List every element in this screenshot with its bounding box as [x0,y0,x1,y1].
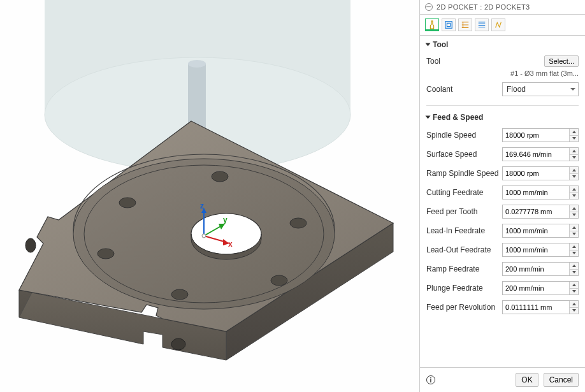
spinner-down[interactable] [570,270,578,276]
ok-button[interactable]: OK [516,373,538,387]
feed-input-field[interactable] [503,129,569,142]
feed-row: Spindle Speed [420,126,585,145]
spinner-up[interactable] [570,167,578,174]
coolant-value: Flood [507,85,526,94]
tab-geometry[interactable] [442,18,456,31]
svg-rect-25 [445,22,452,29]
panel-header: ─ 2D POCKET : 2D POCKET3 [420,0,585,15]
panel-tabs [420,15,585,36]
feed-row: Lead-Out Feedrate [420,240,585,259]
tab-tool[interactable] [425,18,439,31]
section-tool-header[interactable]: Tool [420,36,585,52]
feed-input[interactable] [502,166,579,180]
feed-label: Lead-Out Feedrate [426,245,491,254]
feed-input[interactable] [502,128,579,142]
spinner-up[interactable] [570,186,578,193]
spinner-up[interactable] [570,129,578,136]
spinner-up[interactable] [570,301,578,308]
spinner-down[interactable] [570,193,578,200]
spinner-up[interactable] [570,224,578,231]
feed-input-field[interactable] [503,282,569,294]
chevron-down-icon [570,88,575,91]
spinner-up[interactable] [570,148,578,155]
feed-label: Spindle Speed [426,131,476,140]
tab-heights[interactable] [458,18,472,31]
section-tool-title: Tool [433,40,448,49]
coolant-label: Coolant [426,85,452,94]
properties-panel: ─ 2D POCKET : 2D POCKET3 T [419,0,585,392]
feed-row: Feed per Revolution [420,298,585,317]
svg-point-15 [98,249,114,259]
feed-input[interactable] [502,281,579,295]
feed-row: Feed per Tooth [420,202,585,221]
spinner [569,148,578,161]
spinner-up[interactable] [570,243,578,250]
spinner-down[interactable] [570,212,578,219]
cancel-button[interactable]: Cancel [544,373,579,387]
spinner [569,224,578,237]
feed-label: Ramp Feedrate [426,265,479,273]
feed-input-field[interactable] [503,224,569,237]
panel-footer: i OK Cancel [420,367,585,392]
viewport-3d[interactable]: z y x [0,0,419,392]
feed-input[interactable] [502,224,579,238]
spinner-down[interactable] [570,231,578,238]
spinner [569,186,578,199]
spinner-down[interactable] [570,155,578,161]
feed-input-field[interactable] [503,167,569,180]
feed-input-field[interactable] [503,148,569,161]
spinner-down[interactable] [570,289,578,295]
feed-label: Surface Speed [426,150,477,159]
tab-passes[interactable] [475,18,489,31]
spinner-up[interactable] [570,282,578,289]
feed-input-field[interactable] [503,186,569,199]
collapse-icon[interactable]: ─ [425,3,433,11]
svg-point-4 [188,60,206,68]
spinner-down[interactable] [570,136,578,142]
feed-row: Surface Speed [420,145,585,164]
feed-input[interactable] [502,262,579,276]
spinner [569,282,578,294]
feed-input-field[interactable] [503,243,569,256]
feed-row: Ramp Spindle Speed [420,164,585,183]
feed-label: Feed per Revolution [426,303,495,312]
svg-point-17 [171,338,185,350]
spinner [569,129,578,142]
svg-point-12 [290,218,307,228]
divider [426,105,579,106]
spinner-up[interactable] [570,205,578,212]
svg-point-11 [212,171,228,182]
feed-input-field[interactable] [503,301,569,314]
feed-input-field[interactable] [503,205,569,218]
coolant-select[interactable]: Flood [502,82,579,96]
feed-input[interactable] [502,205,579,219]
spinner [569,167,578,180]
spinner-down[interactable] [570,174,578,180]
feed-input[interactable] [502,185,579,200]
feed-row: Plunge Feedrate [420,279,585,298]
spinner-down[interactable] [570,250,578,257]
tool-select-button[interactable]: Select... [544,55,579,67]
svg-point-14 [171,289,188,300]
section-feed-title: Feed & Speed [433,113,483,122]
spinner-down[interactable] [570,308,578,314]
feed-input[interactable] [502,300,579,314]
feed-row: Lead-In Feedrate [420,221,585,240]
chevron-down-icon [426,116,431,119]
chevron-down-icon [426,43,431,47]
feed-label: Plunge Feedrate [426,284,483,293]
panel-title: 2D POCKET : 2D POCKET3 [437,3,530,11]
model-render [0,0,419,392]
feed-input[interactable] [502,147,579,161]
feed-label: Cutting Feedrate [426,188,483,197]
feed-input-field[interactable] [503,263,569,275]
svg-point-16 [25,238,36,252]
spinner [569,301,578,314]
section-feed-header[interactable]: Feed & Speed [420,108,585,124]
tab-linking[interactable] [491,18,505,31]
feed-input[interactable] [502,243,579,257]
svg-point-10 [119,198,136,208]
info-icon[interactable]: i [426,375,435,384]
spinner-up[interactable] [570,263,578,270]
feed-label: Ramp Spindle Speed [426,169,498,178]
